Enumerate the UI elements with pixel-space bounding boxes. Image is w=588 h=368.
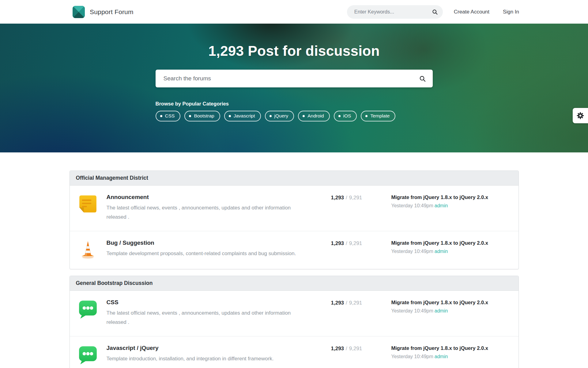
category-pill-label: Bootstrap (194, 113, 214, 119)
bullet-dot-icon (189, 115, 191, 117)
forum-description: The latest official news, events , annou… (107, 203, 300, 222)
search-icon[interactable] (432, 9, 438, 15)
stats-separator: / (346, 300, 347, 306)
category-pill-label: CSS (165, 113, 175, 119)
bullet-dot-icon (229, 115, 231, 117)
category-pill-ios[interactable]: iOS (334, 111, 357, 121)
search-icon[interactable] (419, 75, 426, 82)
forum-row-bug-suggestion: Bug / Suggestion Template development pr… (70, 231, 518, 269)
gear-icon (576, 112, 584, 120)
latest-post-link[interactable]: Migrate from jQuery 1.8.x to jQuery 2.0.… (391, 194, 510, 200)
hero-title: 1,293 Post for discussion (156, 43, 433, 59)
forum-search-input[interactable] (163, 75, 419, 82)
category-pill-label: iOS (343, 113, 351, 119)
categories-row: CSS Bootstrap Javascript jQuery Android (156, 111, 433, 121)
forum-title-link[interactable]: CSS (107, 299, 322, 306)
forum-title-link[interactable]: Bug / Suggestion (107, 240, 322, 246)
author-link[interactable]: admin (435, 308, 448, 313)
page: Support Forum Create Account Sign In 1,2… (0, 0, 588, 368)
bullet-dot-icon (338, 115, 341, 117)
category-pill-android[interactable]: Android (298, 111, 330, 121)
category-pill-bootstrap[interactable]: Bootstrap (184, 111, 220, 121)
forum-content: Official Management District (0, 152, 588, 368)
author-link[interactable]: admin (435, 354, 448, 359)
category-pill-label: jQuery (274, 113, 288, 119)
row-stats: 1,293/9,291 (331, 345, 391, 365)
sign-in-link[interactable]: Sign In (503, 9, 519, 15)
forum-description: Template introduction, installation, and… (107, 354, 300, 363)
latest-post-link[interactable]: Migrate from jQuery 1.8.x to jQuery 2.0.… (391, 300, 510, 305)
categories-label: Browse by Popular Categories (156, 101, 433, 107)
announcement-note-icon (78, 194, 98, 222)
row-stats: 1,293/9,291 (331, 299, 391, 327)
row-latest-post: Migrate from jQuery 1.8.x to jQuery 2.0.… (391, 299, 510, 327)
stats-separator: / (346, 195, 347, 201)
view-count: 9,291 (349, 346, 362, 351)
section-header: General Bootstrap Discussion (70, 276, 518, 291)
row-latest-post: Migrate from jQuery 1.8.x to jQuery 2.0.… (391, 240, 510, 260)
category-pill-css[interactable]: CSS (156, 111, 181, 121)
latest-post-time: Yesterday 10:49pm (391, 249, 433, 254)
row-main: Javascript / jQuery Template introductio… (107, 345, 331, 365)
create-account-link[interactable]: Create Account (454, 9, 489, 15)
post-count: 1,293 (331, 300, 344, 306)
latest-post-link[interactable]: Migrate from jQuery 1.8.x to jQuery 2.0.… (391, 345, 510, 351)
forum-title-link[interactable]: Javascript / jQuery (107, 345, 322, 351)
post-count: 1,293 (331, 346, 344, 351)
post-count: 1,293 (331, 195, 344, 201)
latest-post-time: Yesterday 10:49pm (391, 308, 433, 313)
navbar-search (347, 5, 443, 19)
hero-banner: 1,293 Post for discussion Browse by Popu… (0, 24, 588, 152)
bullet-dot-icon (270, 115, 272, 117)
settings-button[interactable] (573, 108, 588, 123)
bullet-dot-icon (160, 115, 162, 117)
latest-post-meta: Yesterday 10:49pmadmin (391, 203, 510, 209)
latest-post-meta: Yesterday 10:49pmadmin (391, 354, 510, 359)
category-pill-label: Javascript (234, 113, 255, 119)
latest-post-time: Yesterday 10:49pm (391, 354, 433, 359)
latest-post-meta: Yesterday 10:49pmadmin (391, 308, 510, 314)
stats-separator: / (346, 346, 347, 351)
category-pill-label: Template (370, 113, 390, 119)
navbar-search-input[interactable] (354, 9, 432, 15)
author-link[interactable]: admin (435, 203, 448, 208)
top-navbar: Support Forum Create Account Sign In (0, 0, 588, 24)
view-count: 9,291 (349, 195, 362, 201)
row-main: Bug / Suggestion Template development pr… (107, 240, 331, 260)
forum-row-css: CSS The latest official news, events , a… (70, 291, 518, 336)
chat-bubble-icon (78, 299, 98, 327)
category-pill-template[interactable]: Template (361, 111, 395, 121)
forum-title-link[interactable]: Announcement (107, 194, 322, 201)
forum-description: Template development proposals, content-… (107, 249, 300, 258)
row-stats: 1,293/9,291 (331, 194, 391, 222)
chat-bubble-icon (78, 345, 98, 365)
latest-post-meta: Yesterday 10:49pmadmin (391, 249, 510, 254)
row-main: Announcement The latest official news, e… (107, 194, 331, 222)
row-stats: 1,293/9,291 (331, 240, 391, 260)
brand-logo-icon (73, 6, 85, 18)
category-pill-jquery[interactable]: jQuery (265, 111, 294, 121)
brand-title: Support Forum (90, 8, 134, 16)
row-latest-post: Migrate from jQuery 1.8.x to jQuery 2.0.… (391, 345, 510, 365)
view-count: 9,291 (349, 240, 362, 246)
view-count: 9,291 (349, 300, 362, 306)
forum-description: The latest official news, events , annou… (107, 309, 300, 327)
hero-search (156, 70, 433, 87)
category-pill-label: Android (307, 113, 324, 119)
post-count: 1,293 (331, 240, 344, 246)
author-link[interactable]: admin (435, 249, 448, 254)
navbar-right-group: Create Account Sign In (347, 5, 519, 19)
traffic-cone-icon (78, 240, 98, 260)
bullet-dot-icon (365, 115, 368, 117)
category-pill-javascript[interactable]: Javascript (224, 111, 261, 121)
bullet-dot-icon (303, 115, 305, 117)
forum-row-announcement: Announcement The latest official news, e… (70, 186, 518, 231)
brand-home-link[interactable]: Support Forum (73, 6, 134, 18)
forum-row-javascript-jquery: Javascript / jQuery Template introductio… (70, 336, 518, 368)
forum-section-card: General Bootstrap Discussion (70, 276, 519, 368)
row-main: CSS The latest official news, events , a… (107, 299, 331, 327)
latest-post-link[interactable]: Migrate from jQuery 1.8.x to jQuery 2.0.… (391, 240, 510, 246)
stats-separator: / (346, 240, 347, 246)
forum-section-card: Official Management District (70, 171, 519, 269)
row-latest-post: Migrate from jQuery 1.8.x to jQuery 2.0.… (391, 194, 510, 222)
